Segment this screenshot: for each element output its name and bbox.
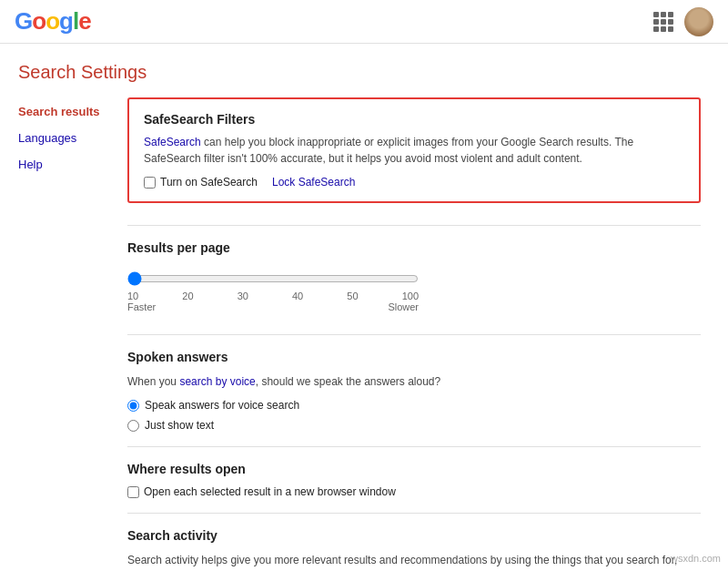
speak-answers-radio[interactable] (127, 400, 139, 412)
safesearch-description: SafeSearch can help you block inappropri… (144, 134, 684, 167)
results-per-page-slider-container: 10 20 30 40 50 100 Faster Slower (127, 264, 701, 320)
google-logo: Google (15, 7, 91, 36)
results-per-page-section: Results per page 10 20 30 40 50 100 Fast… (127, 225, 701, 334)
spoken-answers-options: Speak answers for voice search Just show… (127, 399, 701, 432)
results-per-page-slider[interactable] (127, 271, 419, 286)
main-layout: Search results Languages Help SafeSearch… (0, 97, 728, 571)
sidebar-item-languages[interactable]: Languages (18, 127, 118, 148)
page-title: Search Settings (0, 44, 728, 97)
google-apps-icon[interactable] (653, 12, 673, 32)
avatar[interactable] (684, 7, 713, 36)
new-window-checkbox[interactable] (127, 486, 139, 498)
search-activity-title: Search activity (127, 528, 701, 543)
sidebar: Search results Languages Help (18, 97, 118, 571)
slider-slower-label: Slower (388, 301, 419, 312)
safesearch-section: SafeSearch Filters SafeSearch can help y… (127, 97, 701, 203)
search-activity-section: Search activity Search activity helps gi… (127, 513, 701, 571)
safesearch-title: SafeSearch Filters (144, 112, 684, 127)
show-text-text: Just show text (145, 419, 214, 432)
new-window-checkbox-label[interactable]: Open each selected result in a new brows… (127, 485, 701, 498)
watermark: wsxdn.com (671, 553, 721, 564)
where-results-open-section: Where results open Open each selected re… (127, 446, 701, 513)
content-area: SafeSearch Filters SafeSearch can help y… (118, 97, 701, 571)
spoken-answers-section: Spoken answers When you search by voice,… (127, 334, 701, 446)
where-results-open-title: Where results open (127, 462, 701, 476)
results-per-page-title: Results per page (127, 240, 701, 255)
search-activity-desc: Search activity helps give you more rele… (127, 552, 701, 571)
header-right (653, 7, 713, 36)
safesearch-checkbox-label[interactable]: Turn on SafeSearch (144, 176, 258, 189)
safesearch-link[interactable]: SafeSearch (144, 136, 201, 148)
speak-answers-label[interactable]: Speak answers for voice search (127, 399, 701, 412)
slider-labels: 10 20 30 40 50 100 (127, 291, 419, 301)
sidebar-item-search-results[interactable]: Search results (18, 101, 118, 122)
slider-faster-label: Faster (127, 301, 156, 312)
spoken-answers-desc: When you search by voice, should we spea… (127, 373, 701, 390)
safesearch-desc-text: can help you block inappropriate or expl… (144, 136, 633, 165)
search-by-voice-link[interactable]: search by voice (179, 375, 255, 388)
sidebar-item-help[interactable]: Help (18, 154, 118, 175)
safesearch-controls: Turn on SafeSearch Lock SafeSearch (144, 176, 684, 189)
safesearch-checkbox-text: Turn on SafeSearch (160, 176, 258, 189)
lock-safesearch-link[interactable]: Lock SafeSearch (272, 176, 355, 189)
safesearch-checkbox[interactable] (144, 177, 156, 189)
new-window-checkbox-text: Open each selected result in a new brows… (144, 485, 396, 498)
header: Google (0, 0, 728, 44)
show-text-radio[interactable] (127, 420, 139, 432)
slider-extremes: Faster Slower (127, 301, 419, 312)
spoken-answers-title: Spoken answers (127, 350, 701, 364)
speak-answers-text: Speak answers for voice search (145, 399, 299, 412)
show-text-label[interactable]: Just show text (127, 419, 701, 432)
